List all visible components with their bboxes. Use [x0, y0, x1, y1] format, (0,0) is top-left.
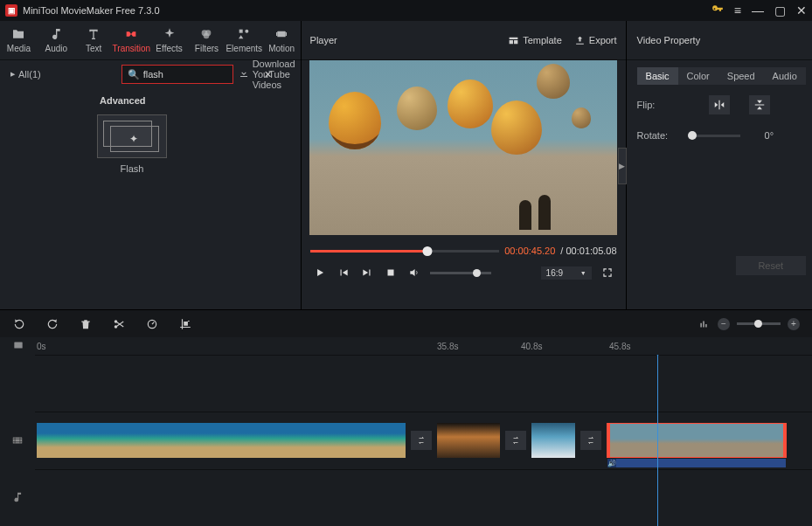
svg-rect-3 — [239, 30, 243, 33]
rotate-slider[interactable] — [688, 135, 740, 137]
volume-icon — [408, 266, 420, 279]
clip-2[interactable] — [437, 423, 500, 458]
tab-color[interactable]: Color — [678, 67, 718, 85]
transition-slot[interactable] — [505, 431, 526, 450]
text-icon — [87, 27, 101, 41]
fullscreen-icon — [601, 266, 614, 279]
property-panel: Video Property Basic Color Speed Audio F… — [627, 21, 812, 309]
tool-audio[interactable]: Audio — [38, 21, 75, 59]
next-frame-button[interactable] — [359, 265, 375, 280]
tool-media[interactable]: Media — [0, 21, 38, 59]
volume-slider[interactable] — [430, 272, 491, 274]
rotate-handle[interactable] — [688, 131, 697, 140]
export-button[interactable]: Export — [574, 35, 617, 46]
video-track-label[interactable] — [0, 412, 35, 468]
transition-slot[interactable] — [411, 431, 432, 450]
category-all[interactable]: ▶All(1) — [5, 69, 41, 80]
svg-rect-7 — [286, 32, 287, 36]
prev-frame-button[interactable] — [336, 265, 351, 280]
undo-button[interactable] — [12, 317, 26, 331]
app-logo: ▣ — [5, 4, 17, 17]
search-box[interactable]: 🔍 ✕ — [121, 65, 233, 84]
aspect-ratio-select[interactable]: 16:9▼ — [541, 266, 592, 280]
timeline-action-bar: − + — [0, 309, 812, 337]
tool-elements[interactable]: Elements — [226, 21, 263, 59]
export-icon — [574, 35, 586, 46]
fullscreen-button[interactable] — [600, 265, 615, 280]
trash-icon — [80, 318, 92, 330]
stop-button[interactable] — [383, 265, 399, 280]
tab-speed[interactable]: Speed — [718, 67, 764, 85]
playback-progress[interactable]: 00:00:45.20 / 00:01:05.08 — [310, 246, 617, 256]
progress-track[interactable] — [310, 250, 500, 253]
svg-rect-8 — [387, 270, 393, 276]
sparkle-icon — [163, 27, 177, 41]
tab-audio[interactable]: Audio — [764, 67, 806, 85]
speed-button[interactable] — [145, 317, 159, 331]
template-button[interactable]: Template — [508, 35, 562, 46]
transition-slot[interactable] — [580, 431, 601, 450]
tab-basic[interactable]: Basic — [637, 67, 678, 85]
progress-handle[interactable] — [422, 246, 432, 256]
zoom-out-button[interactable]: − — [718, 318, 730, 330]
preview-viewport[interactable] — [309, 60, 617, 235]
ruler-thumb-icon — [12, 339, 24, 353]
reset-button[interactable]: Reset — [736, 256, 806, 275]
clip-4-selected[interactable]: 🔊 — [607, 423, 787, 458]
flash-spark-icon: ✦ — [129, 133, 138, 145]
playhead[interactable] — [657, 355, 658, 526]
tool-transition[interactable]: Transition — [113, 21, 151, 59]
redo-button[interactable] — [45, 317, 59, 331]
video-track-icon — [11, 434, 24, 446]
flip-vertical-icon — [753, 99, 766, 111]
skip-back-icon — [337, 266, 350, 279]
track-labels — [0, 355, 35, 526]
close-icon[interactable]: ✕ — [796, 4, 807, 17]
transition-grid: Advanced ✦ Flash — [0, 88, 301, 309]
elements-icon — [237, 27, 251, 41]
minimize-icon[interactable]: — — [752, 4, 764, 17]
svg-rect-5 — [277, 31, 285, 38]
tool-motion[interactable]: Motion — [263, 21, 301, 59]
video-track[interactable]: 🔊 — [35, 412, 812, 468]
collapse-right-panel-icon[interactable]: ▶ — [618, 148, 627, 184]
clip-audio-icon: 🔊 — [607, 459, 616, 467]
swap-icon — [416, 435, 427, 446]
prop-rotate-row: Rotate: 0° — [637, 130, 806, 141]
split-button[interactable] — [112, 317, 126, 331]
skip-forward-icon — [361, 266, 373, 279]
volume-button[interactable] — [406, 265, 422, 280]
delete-button[interactable] — [79, 317, 93, 331]
audio-track-label[interactable] — [0, 469, 35, 526]
zoom-in-button[interactable]: + — [788, 318, 800, 330]
track-body[interactable]: 🔊 — [35, 355, 812, 526]
audio-track-button[interactable] — [697, 317, 711, 331]
tool-text[interactable]: Text — [75, 21, 113, 59]
play-button[interactable] — [312, 265, 328, 280]
transition-item-flash[interactable]: ✦ Flash — [96, 114, 168, 174]
maximize-icon[interactable]: ▢ — [774, 4, 786, 17]
zoom-handle[interactable] — [754, 320, 762, 328]
clip-3[interactable] — [531, 423, 575, 458]
volume-handle[interactable] — [473, 269, 481, 277]
clip-4-audio-lane[interactable]: 🔊 — [607, 459, 786, 467]
zoom-slider[interactable] — [737, 322, 781, 325]
crop-button[interactable] — [178, 317, 192, 331]
license-key-icon[interactable] — [711, 3, 724, 17]
download-youtube-button[interactable]: Download YouTube Videos — [239, 59, 295, 90]
tool-filters[interactable]: Filters — [188, 21, 226, 59]
transition-thumb: ✦ — [97, 114, 167, 158]
flip-horizontal-button[interactable] — [709, 95, 730, 114]
time-current: 00:00:45.20 — [504, 246, 555, 256]
audio-track[interactable] — [35, 469, 812, 526]
ruler-mark: 0s — [37, 342, 46, 351]
property-tabs: Basic Color Speed Audio — [627, 60, 812, 93]
tool-effects[interactable]: Effects — [150, 21, 188, 59]
hamburger-menu-icon[interactable]: ≡ — [734, 4, 741, 17]
timeline-ruler[interactable]: 0s 35.8s 40.8s 45.8s — [0, 337, 812, 355]
undo-icon — [13, 318, 25, 330]
browser-row: ▶All(1) 🔍 ✕ Download YouTube Videos — [0, 60, 301, 88]
flip-vertical-button[interactable] — [749, 95, 770, 114]
template-icon — [508, 35, 519, 46]
clip-1[interactable] — [37, 423, 406, 458]
